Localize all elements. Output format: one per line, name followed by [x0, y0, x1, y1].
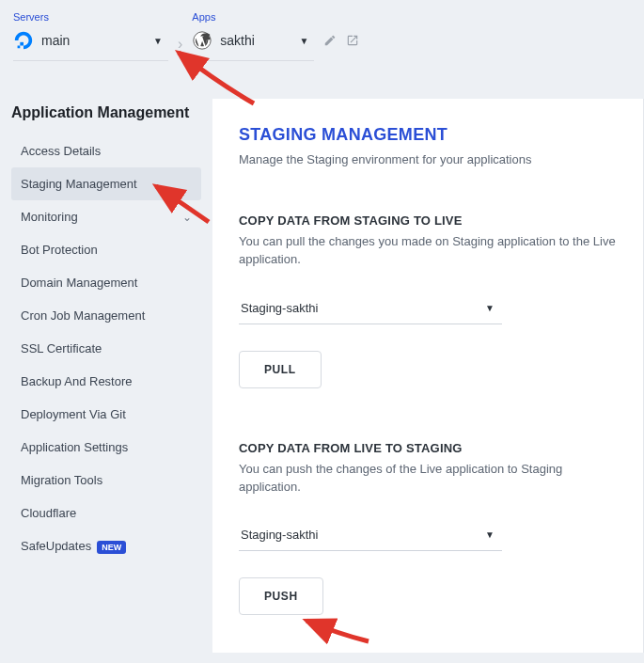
sidebar-item-safeupdates[interactable]: SafeUpdatesNEW [11, 529, 201, 563]
section-desc: You can pull the changes you made on Sta… [239, 233, 617, 269]
wordpress-icon [192, 30, 212, 51]
sidebar-title: Application Management [11, 99, 201, 134]
sidebar-item-label: Application Settings [21, 440, 128, 454]
sidebar-item-application-settings[interactable]: Application Settings [11, 431, 201, 464]
caret-down-icon: ▼ [485, 303, 495, 313]
chevron-down-icon: ⌄ [182, 211, 192, 224]
new-badge: NEW [97, 541, 126, 554]
servers-label: Servers [13, 11, 168, 23]
sidebar-item-staging-management[interactable]: Staging Management [11, 167, 201, 200]
sidebar: Application Management Access DetailsSta… [0, 99, 212, 653]
external-link-icon[interactable] [346, 34, 359, 51]
digitalocean-icon [13, 30, 34, 51]
server-selector-group: Servers main ▼ [13, 11, 168, 61]
sidebar-item-cron-job-management[interactable]: Cron Job Management [11, 299, 201, 332]
section-live-to-staging: COPY DATA FROM LIVE TO STAGING You can p… [239, 441, 617, 616]
sidebar-item-label: Staging Management [21, 177, 137, 191]
svg-rect-0 [20, 42, 24, 46]
sidebar-item-label: SafeUpdatesNEW [21, 539, 126, 554]
apps-label: Apps [192, 11, 314, 23]
section-staging-to-live: COPY DATA FROM STAGING TO LIVE You can p… [239, 213, 617, 388]
sidebar-items: Access DetailsStaging ManagementMonitori… [11, 134, 201, 563]
sidebar-item-migration-tools[interactable]: Migration Tools [11, 464, 201, 497]
dropdown-value: Staging-sakthi [241, 301, 318, 315]
server-selector[interactable]: main ▼ [13, 26, 168, 61]
caret-down-icon: ▼ [153, 36, 163, 46]
dropdown-value: Staging-sakthi [241, 528, 318, 542]
sidebar-item-label: Deployment Via Git [21, 407, 126, 421]
app-name: sakthi [220, 33, 291, 48]
sidebar-item-backup-and-restore[interactable]: Backup And Restore [11, 365, 201, 398]
section-title: COPY DATA FROM LIVE TO STAGING [239, 441, 617, 455]
app-actions [323, 34, 359, 51]
sidebar-item-label: Cloudflare [21, 506, 76, 520]
sidebar-item-access-details[interactable]: Access Details [11, 134, 201, 167]
sidebar-item-label: SSL Certificate [21, 341, 102, 355]
sidebar-item-label: Migration Tools [21, 473, 102, 487]
edit-icon[interactable] [323, 34, 337, 51]
app-selector[interactable]: sakthi ▼ [192, 26, 314, 61]
sidebar-item-deployment-via-git[interactable]: Deployment Via Git [11, 398, 201, 431]
pull-source-dropdown[interactable]: Staging-sakthi ▼ [239, 292, 502, 324]
content-panel: STAGING MANAGEMENT Manage the Staging en… [212, 99, 644, 653]
sidebar-item-cloudflare[interactable]: Cloudflare [11, 497, 201, 529]
caret-down-icon: ▼ [299, 36, 308, 46]
section-desc: You can push the changes of the Live app… [239, 461, 617, 497]
section-title: COPY DATA FROM STAGING TO LIVE [239, 213, 617, 228]
sidebar-item-domain-management[interactable]: Domain Management [11, 266, 201, 299]
server-name: main [41, 33, 146, 48]
sidebar-item-monitoring[interactable]: Monitoring⌄ [11, 200, 201, 233]
caret-down-icon: ▼ [485, 529, 495, 540]
sidebar-item-label: Bot Protection [21, 243, 98, 257]
breadcrumb-chevron-icon: › [172, 36, 188, 53]
pull-button[interactable]: PULL [239, 351, 322, 388]
sidebar-item-bot-protection[interactable]: Bot Protection [11, 233, 201, 266]
sidebar-item-label: Access Details [21, 144, 101, 158]
push-button[interactable]: PUSH [239, 577, 323, 615]
sidebar-item-label: Monitoring [21, 210, 78, 224]
page-title: STAGING MANAGEMENT [239, 125, 617, 145]
sidebar-item-label: Domain Management [21, 276, 137, 290]
push-target-dropdown[interactable]: Staging-sakthi ▼ [239, 518, 502, 551]
top-bar: Servers main ▼ › Apps sakthi ▼ [0, 0, 644, 61]
svg-rect-1 [18, 46, 21, 49]
app-selector-group: Apps sakthi ▼ [192, 11, 314, 61]
sidebar-item-label: Cron Job Management [21, 308, 145, 323]
sidebar-item-label: Backup And Restore [21, 374, 133, 388]
page-subtitle: Manage the Staging environment for your … [239, 152, 617, 166]
sidebar-item-ssl-certificate[interactable]: SSL Certificate [11, 332, 201, 365]
main-layout: Application Management Access DetailsSta… [0, 99, 644, 653]
